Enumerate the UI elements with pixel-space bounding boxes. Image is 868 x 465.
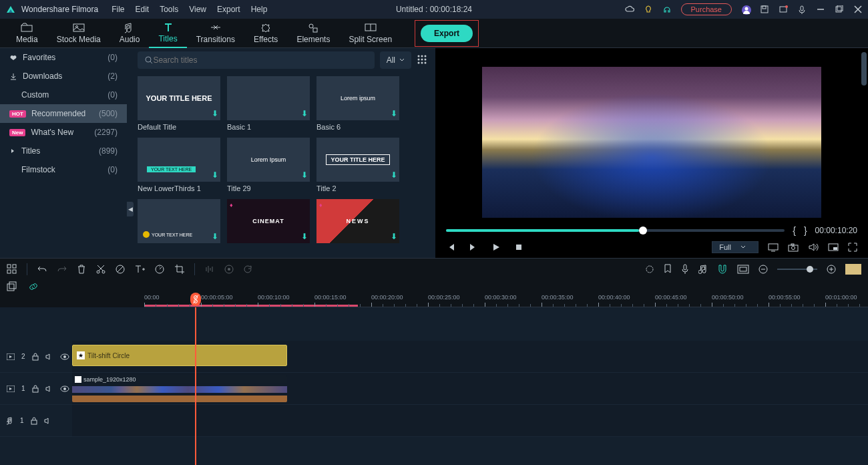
mic-icon[interactable]	[797, 5, 807, 14]
text-add-icon[interactable]	[134, 264, 145, 275]
magnet-icon[interactable]	[717, 264, 728, 275]
tab-transitions[interactable]: Transitions	[187, 19, 244, 48]
zoom-in-icon[interactable]	[827, 265, 836, 274]
thumb-row3-3[interactable]: ♦NEWS⬇	[316, 199, 399, 243]
quality-dropdown[interactable]: Full	[712, 241, 758, 253]
playhead[interactable]	[195, 307, 196, 465]
stop-icon[interactable]	[514, 243, 523, 252]
download-icon[interactable]: ⬇	[301, 232, 308, 241]
bracket-out[interactable]: }	[804, 225, 807, 236]
mute-icon[interactable]	[44, 418, 52, 424]
fullscreen-icon[interactable]	[848, 243, 857, 252]
display-icon[interactable]	[768, 243, 779, 252]
mute-icon[interactable]	[45, 353, 53, 360]
thumb-title-29[interactable]: Lorem Ipsum⬇Title 29	[227, 138, 310, 192]
search-box[interactable]	[138, 51, 375, 69]
speed-icon[interactable]	[154, 264, 165, 275]
thumb-row3-2[interactable]: ♦CINEMAT⬇	[227, 199, 310, 243]
visibility-icon[interactable]	[60, 385, 69, 392]
download-icon[interactable]: ⬇	[391, 109, 397, 118]
safe-zone-icon[interactable]	[737, 265, 749, 274]
menu-edit[interactable]: Edit	[136, 5, 150, 14]
lock-icon[interactable]	[32, 353, 39, 361]
play-icon[interactable]	[491, 243, 501, 252]
color-icon[interactable]	[645, 265, 654, 274]
download-icon[interactable]: ⬇	[212, 109, 218, 118]
zoom-fit-box[interactable]	[845, 264, 861, 275]
filter-dropdown[interactable]: All	[380, 51, 411, 69]
preview-progress[interactable]	[446, 229, 785, 232]
purchase-button[interactable]: Purchase	[681, 3, 732, 15]
delete-icon[interactable]	[77, 264, 86, 275]
download-icon[interactable]: ⬇	[212, 232, 218, 241]
sidebar-item-filmstock[interactable]: Filmstock(0)	[0, 160, 127, 179]
clip-video[interactable]: sample_1920x1280	[72, 375, 287, 402]
close-icon[interactable]	[853, 5, 863, 14]
tab-elements[interactable]: Elements	[287, 19, 339, 48]
message-icon[interactable]	[779, 5, 788, 14]
volume-icon[interactable]	[808, 243, 819, 252]
thumb-lowerthirds[interactable]: YOUR TEXT HERE⬇New LowerThirds 1	[138, 138, 220, 192]
grid-view-icon[interactable]	[417, 54, 429, 66]
keyframe-icon[interactable]	[224, 265, 234, 274]
download-icon[interactable]: ⬇	[301, 170, 308, 180]
download-icon[interactable]: ⬇	[391, 170, 397, 180]
sidebar-item-favorites[interactable]: Favorites(0)	[0, 48, 127, 67]
tab-stock-media[interactable]: Stock Media	[47, 19, 110, 48]
minimize-icon[interactable]	[816, 5, 825, 14]
save-icon[interactable]	[760, 5, 769, 14]
tab-audio[interactable]: Audio	[110, 19, 150, 48]
lightbulb-icon[interactable]	[644, 5, 653, 14]
sidebar-collapse-handle[interactable]: ◀	[127, 202, 134, 216]
menu-help[interactable]: Help	[251, 5, 268, 14]
export-button[interactable]: Export	[421, 25, 473, 42]
menu-tools[interactable]: Tools	[160, 5, 178, 14]
thumb-title-2[interactable]: YOUR TITLE HERE⬇Title 2	[316, 138, 399, 192]
tab-media[interactable]: Media	[7, 19, 47, 48]
undo-icon[interactable]	[37, 265, 47, 274]
rotate-icon[interactable]	[243, 265, 252, 274]
sidebar-item-whatsnew[interactable]: NewWhat's New(2297)	[0, 123, 127, 142]
track-lane[interactable]: ★Tilt-shift Circle	[72, 341, 868, 372]
lock-icon[interactable]	[31, 417, 37, 425]
pip-icon[interactable]	[828, 243, 839, 252]
visibility-icon[interactable]	[60, 353, 69, 360]
voiceover-icon[interactable]	[681, 264, 689, 275]
zoom-slider[interactable]	[777, 269, 817, 270]
link-icon[interactable]	[28, 282, 39, 291]
prohibit-icon[interactable]	[116, 265, 125, 274]
lock-icon[interactable]	[32, 385, 39, 393]
zoom-out-icon[interactable]	[758, 265, 768, 274]
sidebar-item-titles[interactable]: Titles(899)	[0, 142, 127, 160]
thumb-basic-6[interactable]: Lorem ipsum⬇Basic 6	[316, 76, 399, 131]
menu-view[interactable]: View	[189, 5, 206, 14]
marker-icon[interactable]	[664, 264, 672, 275]
download-icon[interactable]: ⬇	[391, 232, 397, 241]
thumb-default-title[interactable]: YOUR TITLE HERE⬇Default Title	[138, 76, 220, 131]
tab-split-screen[interactable]: Split Screen	[339, 19, 401, 48]
search-input[interactable]	[153, 55, 367, 65]
audio-eq-icon[interactable]	[204, 265, 215, 274]
mute-icon[interactable]	[45, 385, 53, 392]
sidebar-item-downloads[interactable]: Downloads(2)	[0, 67, 127, 86]
bracket-in[interactable]: {	[793, 225, 796, 236]
tab-titles[interactable]: Titles	[149, 19, 186, 48]
track-lane[interactable]: sample_1920x1280	[72, 373, 868, 404]
thumb-basic-1[interactable]: ⬇Basic 1	[227, 76, 310, 131]
duplicate-icon[interactable]	[7, 281, 17, 292]
sidebar-item-custom[interactable]: Custom(0)	[0, 86, 127, 104]
cloud-icon[interactable]	[625, 5, 634, 14]
crop-tool-icon[interactable]	[174, 264, 185, 275]
avatar-icon[interactable]	[741, 5, 750, 14]
cut-icon[interactable]	[95, 264, 106, 275]
download-icon[interactable]: ⬇	[301, 109, 308, 118]
snapshot-icon[interactable]	[788, 243, 799, 252]
arrange-icon[interactable]	[7, 264, 17, 275]
menu-export[interactable]: Export	[217, 5, 240, 14]
timeline-ruler[interactable]: 00:0000:00:05:0000:00:10:0000:00:15:0000…	[144, 294, 868, 307]
thumb-row3-1[interactable]: YOUR TEXT HERE⬇	[138, 199, 220, 243]
prev-frame-icon[interactable]	[446, 243, 455, 252]
download-icon[interactable]: ⬇	[212, 170, 218, 180]
next-frame-icon[interactable]	[469, 243, 478, 252]
track-lane[interactable]	[72, 405, 868, 436]
